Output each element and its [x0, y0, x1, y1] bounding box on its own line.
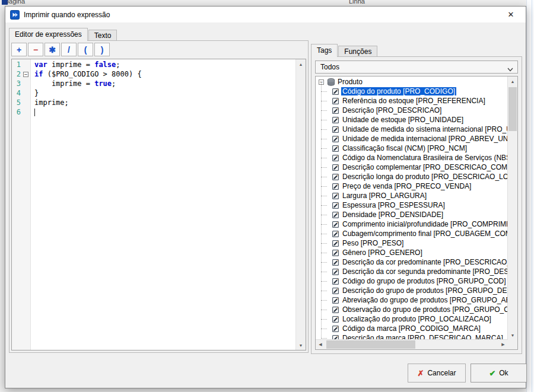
tree-item-label: Descrição do grupo de produtos [PRO_GRUP…: [341, 286, 508, 295]
tag-edit-icon: [332, 107, 339, 114]
tree-item[interactable]: Descrição da cor predominante [PRO_DESCR…: [317, 257, 508, 267]
tree-root-produto[interactable]: −Produto: [317, 77, 508, 87]
tag-edit-icon: [332, 116, 339, 124]
scroll-down-icon[interactable]: ▼: [508, 330, 517, 340]
tag-edit-icon: [332, 145, 339, 152]
line-number: 2: [12, 70, 21, 78]
multiply-icon: ✱: [49, 45, 56, 55]
tree-item-label: Descrição complementar [PRO_DESCRICAO_CO…: [341, 163, 508, 171]
tree-item-label: Código do produto [PRO_CODIGO]: [341, 87, 456, 95]
scroll-left-icon[interactable]: ◀: [316, 340, 325, 349]
tree-item[interactable]: Largura [PRO_LARGURA]: [317, 191, 508, 200]
ok-button[interactable]: ✔ Ok: [471, 364, 527, 383]
tree-item[interactable]: Preço de venda [PRO_PRECO_VENDA]: [317, 181, 508, 191]
tree-item[interactable]: Referência do estoque [PRO_REFERENCIA]: [317, 96, 508, 106]
scroll-right-icon[interactable]: ▶: [498, 340, 508, 349]
code-line: }: [34, 89, 295, 98]
tag-edit-icon: [332, 192, 339, 200]
tree-item[interactable]: Comprimento inicial/profundidade [PRO_CO…: [317, 219, 508, 229]
tab-tags[interactable]: Tags: [311, 44, 338, 56]
tree-item[interactable]: Abreviação do grupo de produtos [PRO_GRU…: [317, 295, 508, 305]
tab-funcoes[interactable]: Funções: [338, 46, 377, 56]
editor-vscrollbar[interactable]: ▲ ▼: [295, 59, 306, 350]
tree-item[interactable]: Densidade [PRO_DENSIDADE]: [317, 210, 508, 219]
scroll-up-icon[interactable]: ▲: [296, 59, 306, 69]
code-editor[interactable]: 12−3456 var imprime = false;if ($PRO_COD…: [11, 59, 306, 350]
tree-item[interactable]: Unidade de estoque [PRO_UNIDADE]: [317, 115, 508, 125]
tree-hscroll-thumb[interactable]: [326, 340, 415, 349]
ok-label: Ok: [499, 369, 508, 377]
code-line: if ($PRO_CODIGO > 8000) {: [34, 70, 295, 79]
tag-edit-icon: [332, 278, 339, 285]
close-icon[interactable]: ✕: [501, 8, 521, 21]
line-number: 5: [12, 98, 21, 107]
tree-item[interactable]: Descrição [PRO_DESCRICAO]: [317, 106, 508, 115]
tree-item[interactable]: Descrição do grupo de produtos [PRO_GRUP…: [317, 286, 508, 295]
tree-item-label: Peso [PRO_PESO]: [341, 239, 405, 247]
scroll-down-icon[interactable]: ▼: [296, 340, 306, 350]
tags-filter-dropdown[interactable]: Todos: [315, 60, 518, 74]
tree-item[interactable]: Código do produto [PRO_CODIGO]: [317, 87, 508, 96]
tag-edit-icon: [332, 183, 339, 190]
tag-edit-icon: [332, 268, 339, 276]
editor-gutter: 12−3456: [12, 59, 31, 350]
tree-item[interactable]: Código da marca [PRO_CODIGO_MARCA]: [317, 324, 508, 333]
tree-item-label: Unidade de estoque [PRO_UNIDADE]: [341, 116, 465, 124]
dialog-titlebar: Imprimir quando expressão ✕: [5, 7, 526, 23]
tab-editor-de-expressoes[interactable]: Editor de expressões: [9, 28, 88, 40]
tree-item[interactable]: Localização do produto [PRO_LOCALIZACAO]: [317, 314, 508, 324]
tree-item[interactable]: Espessura [PRO_ESPESSURA]: [317, 200, 508, 210]
subtract-icon: −: [33, 45, 38, 55]
tree-vscroll-thumb[interactable]: [508, 87, 517, 131]
line-number: 1: [12, 60, 21, 69]
tree-item-label: Descrição da cor predominante [PRO_DESCR…: [341, 258, 508, 266]
editor-code[interactable]: var imprime = false;if ($PRO_CODIGO > 80…: [31, 59, 295, 350]
tree-item[interactable]: Gênero [PRO_GENERO]: [317, 248, 508, 257]
tree-item[interactable]: Descrição longa do produto [PRO_DESCRICA…: [317, 172, 508, 181]
tag-edit-icon: [332, 240, 339, 247]
tag-edit-icon: [332, 249, 339, 257]
tab-texto[interactable]: Texto: [88, 30, 117, 40]
tag-edit-icon: [332, 135, 339, 143]
tag-edit-icon: [332, 325, 339, 333]
tree-item[interactable]: Descrição da cor segunda predominante [P…: [317, 267, 508, 276]
tree-item-label: Cubagem/comprimento final [PRO_CUBAGEM_C…: [341, 230, 508, 238]
code-fold-icon[interactable]: −: [23, 72, 28, 77]
tree-item[interactable]: Observação do grupo de produtos [PRO_GRU…: [317, 305, 508, 314]
add-button[interactable]: +: [11, 43, 27, 56]
tag-edit-icon: [332, 88, 339, 95]
tree-hscrollbar[interactable]: ◀ ▶: [316, 339, 508, 349]
line-number: 4: [12, 89, 21, 97]
expression-toolbar: +−✱/(): [11, 43, 110, 56]
tree-vscrollbar[interactable]: ▲ ▼: [507, 77, 517, 340]
tree-item[interactable]: Descrição complementar [PRO_DESCRICAO_CO…: [317, 162, 508, 172]
tree-item[interactable]: Cubagem/comprimento final [PRO_CUBAGEM_C…: [317, 229, 508, 238]
tree-item-label: Unidade de medida do sistema internacion…: [341, 125, 508, 133]
cancel-button[interactable]: ✗ Cancelar: [408, 364, 466, 383]
tree-item[interactable]: Peso [PRO_PESO]: [317, 238, 508, 248]
tree-item-label: Descrição [PRO_DESCRICAO]: [341, 106, 443, 114]
divide-button[interactable]: /: [61, 43, 77, 56]
code-line: [34, 108, 295, 117]
close-paren-button[interactable]: ): [94, 43, 110, 56]
tags-tree[interactable]: −ProdutoCódigo do produto [PRO_CODIGO]Re…: [315, 76, 518, 350]
tree-item[interactable]: Código do grupo de produtos [PRO_GRUPO_C…: [317, 276, 508, 286]
tags-page: Todos −ProdutoCódigo do produto [PRO_COD…: [311, 56, 522, 354]
background-text-pagina: página: [5, 0, 25, 5]
tree-item[interactable]: Unidade de medida do sistema internacion…: [317, 125, 508, 134]
tree-content: −ProdutoCódigo do produto [PRO_CODIGO]Re…: [316, 77, 508, 340]
tree-item-label: Descrição longa do produto [PRO_DESCRICA…: [341, 173, 508, 181]
tag-edit-icon: [332, 97, 339, 105]
tags-filter-value: Todos: [320, 63, 339, 71]
multiply-button[interactable]: ✱: [44, 43, 60, 56]
tag-edit-icon: [332, 211, 339, 219]
scroll-up-icon[interactable]: ▲: [508, 77, 517, 86]
subtract-button[interactable]: −: [28, 43, 43, 56]
tree-item[interactable]: Classificação fiscal (NCM) [PRO_NCM]: [317, 144, 508, 153]
tree-item[interactable]: Unidade de medida internacional [PRO_ABR…: [317, 134, 508, 144]
tree-item-label: Localização do produto [PRO_LOCALIZACAO]: [341, 315, 492, 323]
open-paren-button[interactable]: (: [78, 43, 93, 56]
tag-edit-icon: [332, 126, 339, 133]
tree-item[interactable]: Código da Nomenclatura Brasileira de Ser…: [317, 153, 508, 162]
code-line: imprime;: [34, 98, 295, 108]
